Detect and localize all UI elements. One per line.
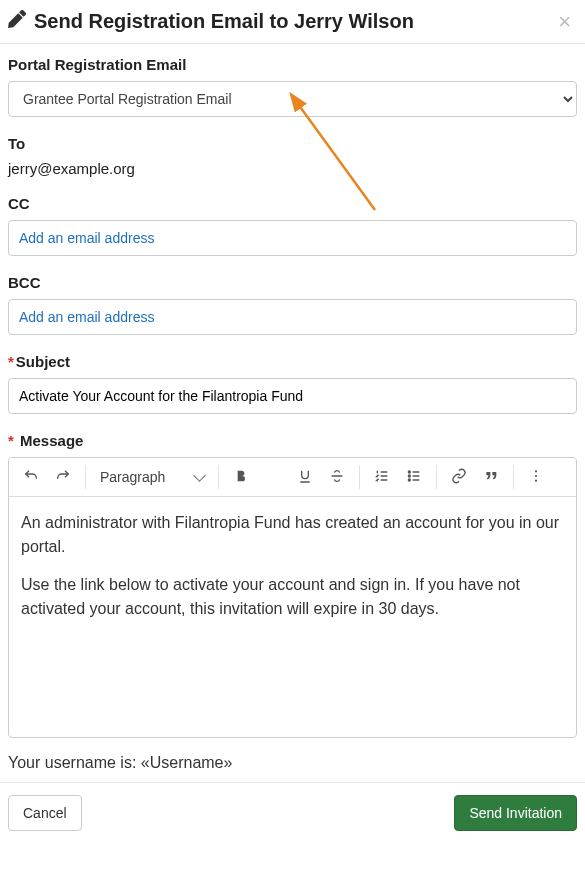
editor-toolbar: Paragraph xyxy=(9,458,576,497)
portal-email-select[interactable]: Grantee Portal Registration Email xyxy=(8,81,577,117)
more-button[interactable] xyxy=(520,462,552,492)
svg-point-2 xyxy=(408,475,410,477)
redo-button[interactable] xyxy=(47,462,79,492)
cc-group: CC xyxy=(8,195,577,256)
svg-point-6 xyxy=(535,479,537,481)
modal-footer: Cancel Send Invitation xyxy=(0,782,585,843)
ordered-list-button[interactable] xyxy=(366,462,398,492)
toolbar-divider xyxy=(436,465,437,489)
bcc-group: BCC xyxy=(8,274,577,335)
toolbar-divider xyxy=(359,465,360,489)
portal-email-group: Portal Registration Email Grantee Portal… xyxy=(8,56,577,117)
cc-input[interactable] xyxy=(8,220,577,256)
ordered-list-icon xyxy=(374,468,390,487)
close-icon: × xyxy=(558,9,571,34)
quote-icon xyxy=(483,468,499,487)
message-paragraph: An administrator with Filantropia Fund h… xyxy=(21,511,564,559)
undo-icon xyxy=(23,468,39,487)
editor-content[interactable]: An administrator with Filantropia Fund h… xyxy=(9,497,576,737)
svg-point-4 xyxy=(535,470,537,472)
subject-input[interactable] xyxy=(8,378,577,414)
svg-point-1 xyxy=(408,471,410,473)
username-line: Your username is: «Username» xyxy=(8,748,577,774)
message-group: * Message Paragraph xyxy=(8,432,577,738)
undo-button[interactable] xyxy=(15,462,47,492)
format-select[interactable]: Paragraph xyxy=(92,462,212,492)
italic-button[interactable] xyxy=(257,462,289,492)
italic-icon xyxy=(265,468,281,487)
rich-text-editor: Paragraph xyxy=(8,457,577,738)
underline-icon xyxy=(297,468,313,487)
subject-label: *Subject xyxy=(8,353,577,370)
modal-title: Send Registration Email to Jerry Wilson xyxy=(8,10,414,33)
more-vertical-icon xyxy=(528,468,544,487)
link-button[interactable] xyxy=(443,462,475,492)
cc-label: CC xyxy=(8,195,577,212)
svg-point-5 xyxy=(535,474,537,476)
subject-group: *Subject xyxy=(8,353,577,414)
toolbar-divider xyxy=(85,465,86,489)
message-paragraph: Use the link below to activate your acco… xyxy=(21,573,564,621)
message-label: * Message xyxy=(8,432,577,449)
svg-point-3 xyxy=(408,479,410,481)
unordered-list-icon xyxy=(406,468,422,487)
pencil-icon xyxy=(8,10,26,33)
modal-header: Send Registration Email to Jerry Wilson … xyxy=(0,0,585,44)
cancel-button[interactable]: Cancel xyxy=(8,795,82,831)
underline-button[interactable] xyxy=(289,462,321,492)
toolbar-divider xyxy=(513,465,514,489)
unordered-list-button[interactable] xyxy=(398,462,430,492)
modal-title-text: Send Registration Email to Jerry Wilson xyxy=(34,10,414,33)
send-registration-modal: Send Registration Email to Jerry Wilson … xyxy=(0,0,585,843)
quote-button[interactable] xyxy=(475,462,507,492)
bcc-label: BCC xyxy=(8,274,577,291)
close-button[interactable]: × xyxy=(552,11,577,33)
format-select-wrap: Paragraph xyxy=(92,462,212,492)
to-label: To xyxy=(8,135,577,152)
modal-body: Portal Registration Email Grantee Portal… xyxy=(0,44,585,782)
bold-icon xyxy=(233,468,249,487)
bold-button[interactable] xyxy=(225,462,257,492)
portal-email-label: Portal Registration Email xyxy=(8,56,577,73)
send-invitation-button[interactable]: Send Invitation xyxy=(454,795,577,831)
link-icon xyxy=(451,468,467,487)
toolbar-divider xyxy=(218,465,219,489)
bcc-input[interactable] xyxy=(8,299,577,335)
strikethrough-button[interactable] xyxy=(321,462,353,492)
strikethrough-icon xyxy=(329,468,345,487)
redo-icon xyxy=(55,468,71,487)
to-value: jerry@example.org xyxy=(8,160,577,177)
to-group: To jerry@example.org xyxy=(8,135,577,177)
